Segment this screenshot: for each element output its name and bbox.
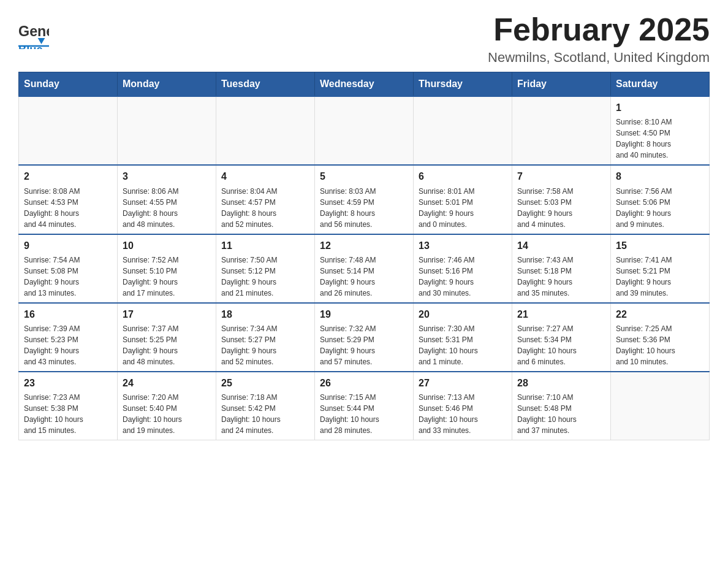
calendar-week-3: 9Sunrise: 7:54 AM Sunset: 5:08 PM Daylig… xyxy=(19,234,710,303)
day-info: Sunrise: 7:15 AM Sunset: 5:44 PM Dayligh… xyxy=(320,392,408,436)
logo-icon: General Blue xyxy=(18,18,49,49)
day-info: Sunrise: 7:50 AM Sunset: 5:12 PM Dayligh… xyxy=(221,255,309,299)
table-row xyxy=(315,96,414,165)
day-number: 2 xyxy=(24,169,112,183)
day-info: Sunrise: 7:37 AM Sunset: 5:25 PM Dayligh… xyxy=(123,323,211,367)
table-row: 8Sunrise: 7:56 AM Sunset: 5:06 PM Daylig… xyxy=(611,165,710,234)
day-number: 12 xyxy=(320,239,408,253)
day-info: Sunrise: 7:20 AM Sunset: 5:40 PM Dayligh… xyxy=(123,392,211,436)
header-sunday: Sunday xyxy=(19,72,118,97)
day-info: Sunrise: 8:08 AM Sunset: 4:53 PM Dayligh… xyxy=(24,186,112,230)
table-row: 23Sunrise: 7:23 AM Sunset: 5:38 PM Dayli… xyxy=(19,372,118,440)
header-tuesday: Tuesday xyxy=(216,72,315,97)
table-row: 5Sunrise: 8:03 AM Sunset: 4:59 PM Daylig… xyxy=(315,165,414,234)
day-number: 24 xyxy=(123,376,211,390)
day-info: Sunrise: 7:41 AM Sunset: 5:21 PM Dayligh… xyxy=(616,255,704,299)
calendar-week-1: 1Sunrise: 8:10 AM Sunset: 4:50 PM Daylig… xyxy=(19,96,710,165)
table-row: 12Sunrise: 7:48 AM Sunset: 5:14 PM Dayli… xyxy=(315,234,414,303)
table-row xyxy=(216,96,315,165)
table-row: 9Sunrise: 7:54 AM Sunset: 5:08 PM Daylig… xyxy=(19,234,118,303)
day-number: 8 xyxy=(616,169,704,183)
day-info: Sunrise: 7:46 AM Sunset: 5:16 PM Dayligh… xyxy=(419,255,507,299)
table-row: 16Sunrise: 7:39 AM Sunset: 5:23 PM Dayli… xyxy=(19,303,118,372)
day-number: 19 xyxy=(320,307,408,321)
day-number: 13 xyxy=(419,239,507,253)
day-info: Sunrise: 8:04 AM Sunset: 4:57 PM Dayligh… xyxy=(221,186,309,230)
calendar-table: Sunday Monday Tuesday Wednesday Thursday… xyxy=(18,72,710,440)
table-row: 17Sunrise: 7:37 AM Sunset: 5:25 PM Dayli… xyxy=(118,303,216,372)
table-row xyxy=(512,96,611,165)
day-info: Sunrise: 7:10 AM Sunset: 5:48 PM Dayligh… xyxy=(517,392,605,436)
table-row: 15Sunrise: 7:41 AM Sunset: 5:21 PM Dayli… xyxy=(611,234,710,303)
table-row: 13Sunrise: 7:46 AM Sunset: 5:16 PM Dayli… xyxy=(414,234,512,303)
day-number: 7 xyxy=(517,169,605,183)
table-row: 14Sunrise: 7:43 AM Sunset: 5:18 PM Dayli… xyxy=(512,234,611,303)
header-saturday: Saturday xyxy=(611,72,710,97)
table-row: 22Sunrise: 7:25 AM Sunset: 5:36 PM Dayli… xyxy=(611,303,710,372)
day-number: 9 xyxy=(24,239,112,253)
day-number: 23 xyxy=(24,376,112,390)
table-row: 20Sunrise: 7:30 AM Sunset: 5:31 PM Dayli… xyxy=(414,303,512,372)
table-row: 4Sunrise: 8:04 AM Sunset: 4:57 PM Daylig… xyxy=(216,165,315,234)
day-info: Sunrise: 7:32 AM Sunset: 5:29 PM Dayligh… xyxy=(320,323,408,367)
day-info: Sunrise: 7:34 AM Sunset: 5:27 PM Dayligh… xyxy=(221,323,309,367)
calendar-week-5: 23Sunrise: 7:23 AM Sunset: 5:38 PM Dayli… xyxy=(19,372,710,440)
table-row: 1Sunrise: 8:10 AM Sunset: 4:50 PM Daylig… xyxy=(611,96,710,165)
table-row: 26Sunrise: 7:15 AM Sunset: 5:44 PM Dayli… xyxy=(315,372,414,440)
header-thursday: Thursday xyxy=(414,72,512,97)
table-row xyxy=(19,96,118,165)
calendar-week-2: 2Sunrise: 8:08 AM Sunset: 4:53 PM Daylig… xyxy=(19,165,710,234)
table-row: 2Sunrise: 8:08 AM Sunset: 4:53 PM Daylig… xyxy=(19,165,118,234)
day-info: Sunrise: 8:03 AM Sunset: 4:59 PM Dayligh… xyxy=(320,186,408,230)
day-number: 15 xyxy=(616,239,704,253)
calendar-subtitle: Newmilns, Scotland, United Kingdom xyxy=(488,50,710,66)
table-row: 28Sunrise: 7:10 AM Sunset: 5:48 PM Dayli… xyxy=(512,372,611,440)
day-number: 25 xyxy=(221,376,309,390)
header-wednesday: Wednesday xyxy=(315,72,414,97)
day-number: 20 xyxy=(419,307,507,321)
title-section: February 2025 Newmilns, Scotland, United… xyxy=(488,12,710,66)
table-row: 27Sunrise: 7:13 AM Sunset: 5:46 PM Dayli… xyxy=(414,372,512,440)
day-info: Sunrise: 7:54 AM Sunset: 5:08 PM Dayligh… xyxy=(24,255,112,299)
table-row xyxy=(414,96,512,165)
day-info: Sunrise: 7:39 AM Sunset: 5:23 PM Dayligh… xyxy=(24,323,112,367)
day-info: Sunrise: 7:56 AM Sunset: 5:06 PM Dayligh… xyxy=(616,186,704,230)
table-row: 19Sunrise: 7:32 AM Sunset: 5:29 PM Dayli… xyxy=(315,303,414,372)
table-row xyxy=(118,96,216,165)
day-number: 11 xyxy=(221,239,309,253)
day-info: Sunrise: 7:52 AM Sunset: 5:10 PM Dayligh… xyxy=(123,255,211,299)
day-info: Sunrise: 8:01 AM Sunset: 5:01 PM Dayligh… xyxy=(419,186,507,230)
calendar-title: February 2025 xyxy=(488,12,710,47)
day-number: 5 xyxy=(320,169,408,183)
day-info: Sunrise: 7:23 AM Sunset: 5:38 PM Dayligh… xyxy=(24,392,112,436)
svg-text:Blue: Blue xyxy=(18,43,43,49)
header-monday: Monday xyxy=(118,72,216,97)
day-info: Sunrise: 7:27 AM Sunset: 5:34 PM Dayligh… xyxy=(517,323,605,367)
day-number: 28 xyxy=(517,376,605,390)
day-info: Sunrise: 8:06 AM Sunset: 4:55 PM Dayligh… xyxy=(123,186,211,230)
table-row: 24Sunrise: 7:20 AM Sunset: 5:40 PM Dayli… xyxy=(118,372,216,440)
day-number: 6 xyxy=(419,169,507,183)
table-row: 6Sunrise: 8:01 AM Sunset: 5:01 PM Daylig… xyxy=(414,165,512,234)
table-row: 25Sunrise: 7:18 AM Sunset: 5:42 PM Dayli… xyxy=(216,372,315,440)
header-friday: Friday xyxy=(512,72,611,97)
table-row: 21Sunrise: 7:27 AM Sunset: 5:34 PM Dayli… xyxy=(512,303,611,372)
day-info: Sunrise: 7:43 AM Sunset: 5:18 PM Dayligh… xyxy=(517,255,605,299)
day-number: 1 xyxy=(616,101,704,115)
svg-text:General: General xyxy=(18,23,49,39)
day-number: 10 xyxy=(123,239,211,253)
table-row: 10Sunrise: 7:52 AM Sunset: 5:10 PM Dayli… xyxy=(118,234,216,303)
day-number: 17 xyxy=(123,307,211,321)
day-number: 4 xyxy=(221,169,309,183)
calendar-header-row: Sunday Monday Tuesday Wednesday Thursday… xyxy=(19,72,710,97)
logo: General Blue xyxy=(18,12,51,49)
table-row: 3Sunrise: 8:06 AM Sunset: 4:55 PM Daylig… xyxy=(118,165,216,234)
day-number: 21 xyxy=(517,307,605,321)
day-number: 22 xyxy=(616,307,704,321)
day-number: 3 xyxy=(123,169,211,183)
day-number: 14 xyxy=(517,239,605,253)
calendar-week-4: 16Sunrise: 7:39 AM Sunset: 5:23 PM Dayli… xyxy=(19,303,710,372)
day-number: 16 xyxy=(24,307,112,321)
page-header: General Blue February 2025 Newmilns, Sco… xyxy=(18,12,710,66)
table-row: 18Sunrise: 7:34 AM Sunset: 5:27 PM Dayli… xyxy=(216,303,315,372)
